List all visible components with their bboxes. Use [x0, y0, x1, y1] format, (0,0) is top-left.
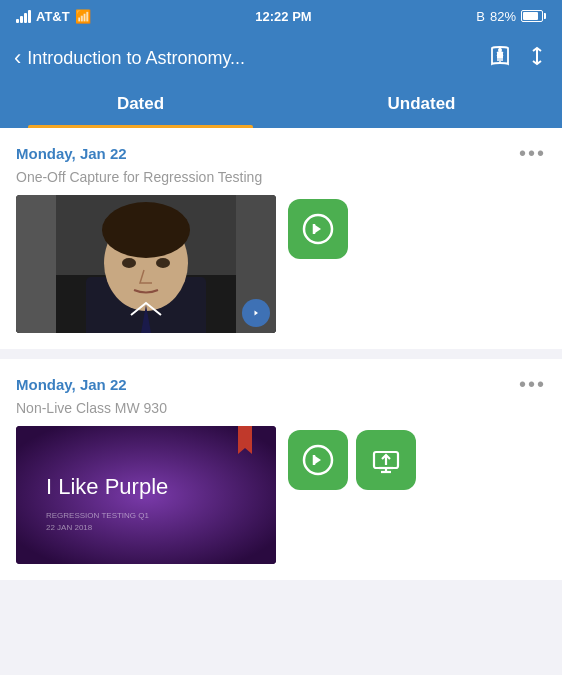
back-button[interactable]: ‹ — [14, 45, 21, 71]
thumbnail-image: I Like Purple REGRESSION TESTING Q1 22 J… — [16, 426, 276, 564]
tab-bar: Dated Undated — [0, 84, 562, 128]
recording-date: Monday, Jan 22 — [16, 376, 127, 393]
wifi-icon: 📶 — [75, 9, 91, 24]
svg-text:22 JAN 2018: 22 JAN 2018 — [46, 523, 93, 532]
recording-date: Monday, Jan 22 — [16, 145, 127, 162]
svg-point-7 — [122, 258, 136, 268]
action-buttons — [288, 195, 348, 259]
status-bar: AT&T 📶 12:22 PM B 82% — [0, 0, 562, 32]
battery-icon — [521, 10, 546, 22]
battery-percent: 82% — [490, 9, 516, 24]
more-options-button[interactable]: ••• — [519, 373, 546, 396]
recording-item: Monday, Jan 22 ••• One-Off Capture for R… — [0, 128, 562, 349]
bookmark-icon[interactable] — [488, 45, 512, 72]
nav-title: Introduction to Astronomy... — [27, 48, 488, 69]
thumbnail-image — [16, 195, 276, 333]
play-back-button[interactable] — [288, 430, 348, 490]
recording-row — [16, 195, 546, 333]
recording-item: Monday, Jan 22 ••• Non-Live Class MW 930 — [0, 359, 562, 580]
action-buttons — [288, 426, 416, 490]
present-button[interactable] — [356, 430, 416, 490]
status-left: AT&T 📶 — [16, 9, 91, 24]
tab-dated-label: Dated — [117, 94, 164, 114]
tab-dated[interactable]: Dated — [0, 84, 281, 128]
carrier-label: AT&T — [36, 9, 70, 24]
recording-thumbnail[interactable] — [16, 195, 276, 333]
signal-bars — [16, 9, 31, 23]
recording-header: Monday, Jan 22 ••• — [16, 142, 546, 165]
status-right: B 82% — [476, 9, 546, 24]
time-label: 12:22 PM — [255, 9, 311, 24]
nav-icons — [488, 45, 548, 72]
tab-undated-label: Undated — [388, 94, 456, 114]
bluetooth-icon: B — [476, 9, 485, 24]
tab-undated[interactable]: Undated — [281, 84, 562, 128]
svg-point-6 — [102, 202, 190, 258]
svg-point-8 — [156, 258, 170, 268]
play-indicator — [242, 299, 270, 327]
svg-text:REGRESSION TESTING Q1: REGRESSION TESTING Q1 — [46, 511, 150, 520]
recording-subtitle: Non-Live Class MW 930 — [16, 400, 546, 416]
svg-text:I Like Purple: I Like Purple — [46, 474, 168, 499]
sort-icon[interactable] — [526, 45, 548, 72]
action-buttons-row — [288, 430, 416, 490]
play-back-button[interactable] — [288, 199, 348, 259]
content-area: Monday, Jan 22 ••• One-Off Capture for R… — [0, 128, 562, 675]
recording-thumbnail[interactable]: I Like Purple REGRESSION TESTING Q1 22 J… — [16, 426, 276, 564]
recording-row: I Like Purple REGRESSION TESTING Q1 22 J… — [16, 426, 546, 564]
recording-header: Monday, Jan 22 ••• — [16, 373, 546, 396]
nav-bar: ‹ Introduction to Astronomy... — [0, 32, 562, 84]
svg-rect-9 — [16, 195, 56, 333]
more-options-button[interactable]: ••• — [519, 142, 546, 165]
recording-subtitle: One-Off Capture for Regression Testing — [16, 169, 546, 185]
